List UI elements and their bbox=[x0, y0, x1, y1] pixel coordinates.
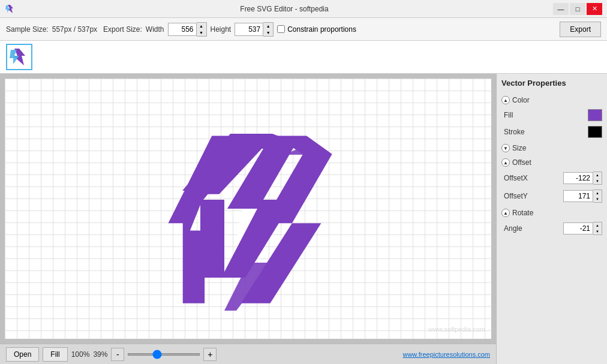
offsetx-spinner-buttons: ▲ ▼ bbox=[593, 172, 602, 185]
angle-row: Angle -21 ▲ ▼ bbox=[501, 222, 602, 235]
zoom-100: 100% bbox=[71, 350, 90, 359]
offsetx-input[interactable]: -122 bbox=[563, 172, 593, 184]
fill-button[interactable]: Fill bbox=[43, 347, 67, 362]
zoom-minus-button[interactable]: - bbox=[111, 348, 124, 361]
constrain-label: Constrain proportions bbox=[287, 25, 356, 34]
offset-section-label: Offset bbox=[512, 158, 531, 167]
color-section-header[interactable]: ▲ Color bbox=[501, 96, 602, 104]
thumbnail[interactable] bbox=[6, 44, 32, 70]
thumbnail-bar bbox=[0, 41, 607, 74]
constrain-checkbox[interactable] bbox=[277, 25, 285, 33]
close-button[interactable]: ✕ bbox=[587, 3, 602, 15]
angle-input[interactable]: -21 bbox=[563, 222, 593, 234]
fill-row: Fill bbox=[501, 109, 602, 121]
footer-link[interactable]: www.freepicturesolutions.com bbox=[402, 351, 490, 358]
width-input[interactable]: 556 bbox=[168, 23, 197, 36]
offsety-label: OffsetY bbox=[504, 192, 528, 200]
open-button[interactable]: Open bbox=[6, 347, 39, 362]
properties-panel: Vector Properties ▲ Color Fill Stroke ▼ … bbox=[496, 74, 607, 364]
sample-size-section: Sample Size: 557px / 537px bbox=[6, 25, 97, 34]
stroke-label: Stroke bbox=[504, 128, 525, 136]
sample-size-label: Sample Size: bbox=[6, 25, 49, 34]
rotate-chevron-icon: ▲ bbox=[501, 209, 510, 217]
svg-marker-5 bbox=[236, 209, 260, 239]
zoom-slider[interactable] bbox=[128, 353, 200, 356]
height-spinner[interactable]: 537 ▲ ▼ bbox=[235, 22, 274, 37]
size-section-label: Size bbox=[512, 144, 526, 152]
fill-label: Fill bbox=[504, 111, 513, 119]
angle-spinner-buttons: ▲ ▼ bbox=[593, 222, 602, 235]
offsety-spinner-buttons: ▲ ▼ bbox=[593, 189, 602, 203]
constrain-checkbox-label[interactable]: Constrain proportions bbox=[277, 25, 356, 34]
toolbar: Sample Size: 557px / 537px Export Size: … bbox=[0, 18, 607, 41]
app-icon bbox=[5, 4, 16, 14]
offsetx-spinner[interactable]: -122 ▲ ▼ bbox=[563, 172, 602, 185]
panel-title: Vector Properties bbox=[501, 79, 602, 88]
angle-label: Angle bbox=[504, 224, 522, 233]
height-down-button[interactable]: ▼ bbox=[263, 29, 273, 36]
window-controls: — □ ✕ bbox=[553, 3, 602, 15]
stroke-row: Stroke bbox=[501, 126, 602, 138]
main-area: www.softpedia.com Open Fill 100% 39% - +… bbox=[0, 74, 607, 364]
offsety-row: OffsetY 171 ▲ ▼ bbox=[501, 189, 602, 203]
width-up-button[interactable]: ▲ bbox=[197, 23, 206, 29]
sample-size-value: 557px / 537px bbox=[52, 25, 97, 34]
offsetx-row: OffsetX -122 ▲ ▼ bbox=[501, 172, 602, 185]
rotate-section-header[interactable]: ▲ Rotate bbox=[501, 209, 602, 217]
width-spinner[interactable]: 556 ▲ ▼ bbox=[168, 22, 207, 37]
height-up-button[interactable]: ▲ bbox=[263, 23, 273, 29]
offset-chevron-icon: ▲ bbox=[501, 158, 510, 167]
svg-marker-4 bbox=[224, 143, 314, 311]
fill-color-swatch[interactable] bbox=[588, 109, 602, 121]
offsetx-up-button[interactable]: ▲ bbox=[593, 172, 602, 178]
width-spinner-buttons: ▲ ▼ bbox=[197, 22, 207, 37]
angle-up-button[interactable]: ▲ bbox=[593, 222, 602, 228]
size-section-header[interactable]: ▼ Size bbox=[501, 144, 602, 152]
color-section-label: Color bbox=[512, 96, 530, 104]
offsety-down-button[interactable]: ▼ bbox=[593, 196, 602, 202]
height-spinner-buttons: ▲ ▼ bbox=[263, 22, 274, 37]
offsety-spinner[interactable]: 171 ▲ ▼ bbox=[563, 189, 602, 203]
export-size-section: Export Size: Width 556 ▲ ▼ Height 537 ▲ … bbox=[103, 22, 356, 37]
canvas-area: www.softpedia.com Open Fill 100% 39% - +… bbox=[0, 74, 496, 364]
height-label: Height bbox=[211, 25, 232, 34]
size-chevron-icon: ▼ bbox=[501, 144, 510, 152]
bottom-bar: Open Fill 100% 39% - + www.freepictureso… bbox=[0, 344, 496, 364]
title-bar: Free SVG Editor - softpedia — □ ✕ bbox=[0, 0, 607, 18]
window-title: Free SVG Editor - softpedia bbox=[16, 5, 553, 13]
export-button[interactable]: Export bbox=[560, 22, 601, 37]
offsety-up-button[interactable]: ▲ bbox=[593, 190, 602, 196]
height-input[interactable]: 537 bbox=[235, 23, 263, 36]
maximize-button[interactable]: □ bbox=[570, 3, 585, 15]
offsety-input[interactable]: 171 bbox=[563, 190, 593, 202]
stroke-color-swatch[interactable] bbox=[588, 126, 602, 138]
zoom-plus-button[interactable]: + bbox=[203, 348, 217, 361]
offsetx-down-button[interactable]: ▼ bbox=[593, 178, 602, 184]
angle-down-button[interactable]: ▼ bbox=[593, 228, 602, 234]
offsetx-label: OffsetX bbox=[504, 174, 528, 182]
svg-display bbox=[5, 79, 491, 339]
width-down-button[interactable]: ▼ bbox=[197, 29, 206, 36]
width-label: Width bbox=[146, 25, 164, 34]
export-size-label: Export Size: bbox=[103, 25, 142, 34]
offset-section-header[interactable]: ▲ Offset bbox=[501, 158, 602, 167]
color-chevron-icon: ▲ bbox=[501, 96, 510, 104]
minimize-button[interactable]: — bbox=[553, 3, 569, 15]
angle-spinner[interactable]: -21 ▲ ▼ bbox=[563, 222, 602, 235]
rotate-section-label: Rotate bbox=[512, 209, 533, 217]
canvas-container[interactable]: www.softpedia.com bbox=[5, 79, 491, 339]
zoom-39: 39% bbox=[93, 350, 107, 359]
